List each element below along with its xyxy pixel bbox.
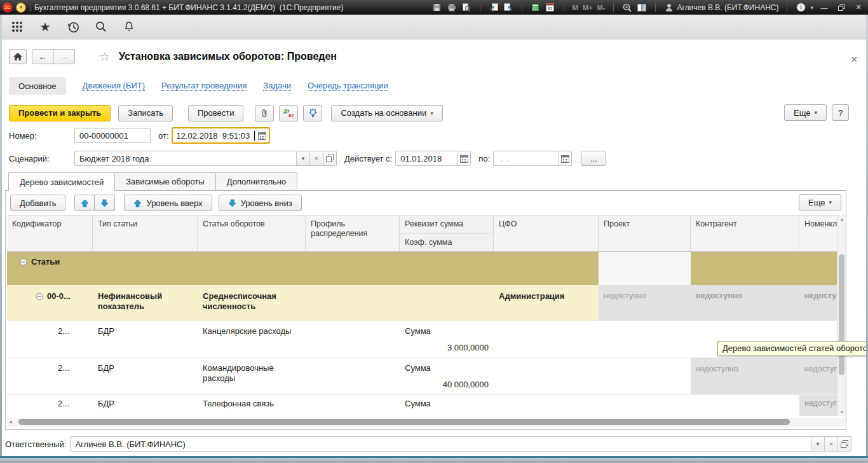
- open-icon[interactable]: [837, 437, 851, 451]
- scroll-up-icon[interactable]: ▴: [837, 216, 846, 222]
- link-movements[interactable]: Движения (БИТ): [83, 81, 145, 91]
- close-window-button[interactable]: ✕: [852, 3, 865, 13]
- post-and-close-button[interactable]: Провести и закрыть: [9, 105, 111, 121]
- codifier-cell: 00-0...: [47, 291, 71, 301]
- column-header-coef-sum[interactable]: Коэф. сумма: [400, 234, 493, 251]
- history-icon[interactable]: [66, 20, 80, 34]
- split-window-icon[interactable]: [637, 3, 647, 13]
- link-translation-queue[interactable]: Очередь трансляции: [308, 81, 388, 91]
- chevron-down-icon[interactable]: ▾: [811, 437, 824, 451]
- add-button[interactable]: Добавить: [10, 195, 65, 211]
- link-tasks[interactable]: Задачи: [263, 81, 291, 91]
- more-button[interactable]: Еще ▾: [784, 104, 827, 121]
- tab-additional[interactable]: Дополнительно: [215, 172, 298, 190]
- scenario-input[interactable]: Бюджет 2018 года ▾ ×: [74, 151, 337, 166]
- calculator-icon[interactable]: [531, 3, 541, 13]
- current-user[interactable]: Агличев В.В. (БИТ.ФИНАНС): [664, 3, 778, 13]
- restore-button[interactable]: [835, 3, 848, 13]
- link-posting-result[interactable]: Результат проведения: [161, 81, 247, 91]
- search-icon[interactable]: [94, 20, 108, 34]
- responsible-input[interactable]: Агличев В.В. (БИТ.ФИНАНС) ▾ ×: [70, 436, 851, 452]
- get-link-icon[interactable]: [489, 3, 499, 13]
- valid-from-input[interactable]: 01.01.2018: [395, 151, 471, 166]
- horizontal-scrollbar[interactable]: ◂: [7, 418, 846, 427]
- scroll-left-icon[interactable]: ◂: [9, 418, 12, 425]
- column-header-project[interactable]: Проект: [599, 216, 691, 251]
- zoom-icon[interactable]: [622, 3, 632, 13]
- collapse-icon[interactable]: [36, 293, 43, 303]
- collapse-icon[interactable]: [20, 258, 27, 268]
- attachments-button[interactable]: [255, 105, 274, 121]
- memory-subtract-button[interactable]: M-: [597, 4, 606, 11]
- minimize-button[interactable]: —: [818, 3, 831, 13]
- tree-row-item[interactable]: 2... БДР Канцелярские расходы Сумма 3 00…: [7, 321, 837, 357]
- forward-button[interactable]: →: [53, 50, 74, 64]
- column-header-contractor[interactable]: Контрагент: [691, 216, 799, 251]
- print-icon[interactable]: [447, 3, 457, 13]
- scenario-row: Сценарий: Бюджет 2018 года ▾ × Действует…: [9, 150, 606, 167]
- chevron-down-icon[interactable]: ▾: [810, 4, 813, 11]
- calendar-icon[interactable]: 31: [545, 3, 555, 13]
- tab-dependency-tree[interactable]: Дерево зависимостей: [8, 172, 115, 191]
- column-header-requisite-sum[interactable]: Реквизит сумма: [400, 216, 493, 234]
- period-ellipsis-button[interactable]: ...: [581, 151, 606, 166]
- vertical-scrollbar-thumb[interactable]: [839, 254, 844, 375]
- clear-icon[interactable]: ×: [824, 437, 837, 451]
- memory-recall-button[interactable]: M: [573, 4, 578, 11]
- go-to-link-icon[interactable]: [503, 3, 513, 13]
- ellipsis-label: ...: [590, 154, 597, 163]
- move-down-button[interactable]: [95, 195, 115, 211]
- valid-to-input[interactable]: . .: [493, 151, 572, 166]
- memory-add-button[interactable]: M+: [583, 4, 593, 11]
- post-button[interactable]: Провести: [188, 105, 244, 121]
- close-form-icon[interactable]: ✕: [851, 55, 858, 64]
- column-header-cfo[interactable]: ЦФО: [494, 216, 599, 251]
- column-header-codifier[interactable]: Кодификатор: [7, 216, 93, 251]
- calendar-picker-icon[interactable]: [457, 151, 470, 165]
- level-up-button[interactable]: Уровень вверх: [124, 195, 212, 211]
- favorites-icon[interactable]: ★: [38, 20, 52, 34]
- level-down-button[interactable]: Уровень вниз: [219, 195, 302, 211]
- explain-button[interactable]: [303, 105, 322, 121]
- tree-row-subgroup[interactable]: 00-0... Нефинансовый показатель Среднесп…: [7, 285, 837, 321]
- calendar-picker-icon[interactable]: [558, 151, 571, 165]
- column-header-profile[interactable]: Профиль распределения: [306, 216, 400, 251]
- home-icon: [13, 52, 23, 61]
- date-input[interactable]: 12.02.2018 9:51:03: [172, 127, 271, 144]
- move-up-button[interactable]: [74, 195, 95, 211]
- vertical-scrollbar[interactable]: ▴ ▾: [837, 215, 846, 416]
- column-header-article[interactable]: Статья оборотов: [198, 216, 306, 251]
- tree-row-item[interactable]: 2... БДР Командировочные расходы Сумма 4…: [7, 357, 837, 394]
- divider: [787, 3, 787, 12]
- help-button[interactable]: ?: [832, 104, 849, 121]
- column-header-nomenclature[interactable]: Номенклатура: [799, 216, 837, 251]
- application-window: 1С ▾ Бухгалтерия предприятия 3.0.68.61 +…: [0, 0, 868, 463]
- back-button[interactable]: ←: [32, 50, 53, 64]
- info-icon[interactable]: i: [796, 3, 806, 13]
- home-button[interactable]: [9, 49, 27, 64]
- chevron-down-icon[interactable]: ▾: [296, 151, 309, 165]
- calendar-picker-icon[interactable]: [255, 128, 269, 142]
- tree-row-group-articles[interactable]: Статьи: [7, 252, 837, 285]
- grid-more-button[interactable]: Еще ▾: [799, 194, 841, 211]
- system-menu-button[interactable]: ▾: [16, 3, 26, 13]
- dr-cr-button[interactable]: ДтКт: [279, 105, 298, 121]
- main-menu-icon[interactable]: [10, 20, 24, 34]
- number-input[interactable]: 00-00000001: [74, 128, 151, 143]
- column-header-article-type[interactable]: Тип статьи: [93, 216, 198, 251]
- print-preview-icon[interactable]: [461, 3, 471, 13]
- tree-row-item[interactable]: 2... БДР Телефонная связь Сумма недоступ…: [7, 394, 837, 416]
- scroll-down-icon[interactable]: ▾: [837, 409, 846, 415]
- save-icon[interactable]: [432, 3, 442, 13]
- requisite-cell: Сумма: [405, 326, 431, 336]
- clear-icon[interactable]: ×: [309, 151, 323, 165]
- tab-main[interactable]: Основное: [9, 77, 66, 95]
- tab-dependent-turnovers[interactable]: Зависимые обороты: [114, 172, 216, 190]
- save-button[interactable]: Записать: [118, 105, 173, 121]
- horizontal-scrollbar-thumb[interactable]: [18, 419, 790, 425]
- open-icon[interactable]: [323, 151, 336, 165]
- add-favorite-star-icon[interactable]: ☆: [99, 50, 110, 64]
- cfo-cell: Администрация: [499, 291, 564, 301]
- create-based-on-button[interactable]: Создать на основании ▾: [331, 105, 442, 121]
- notifications-icon[interactable]: [122, 20, 136, 34]
